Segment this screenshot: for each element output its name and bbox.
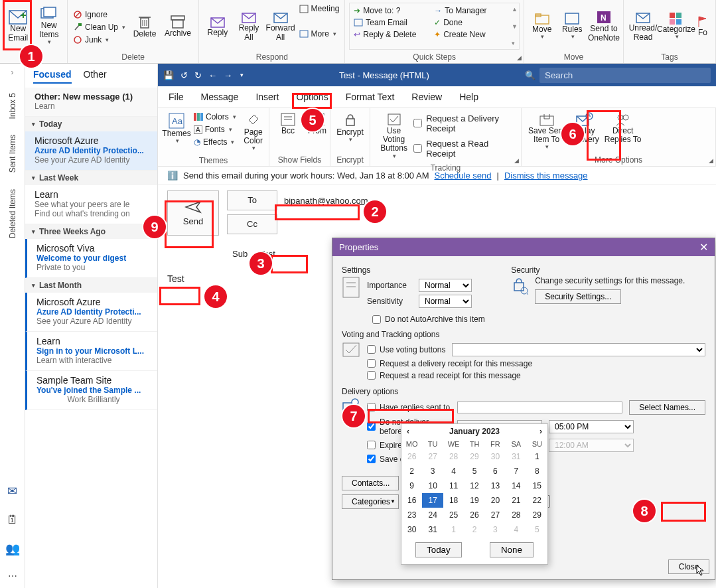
calendar-day[interactable]: 8	[527, 464, 547, 478]
move-button[interactable]: Move▾	[527, 1, 557, 51]
fonts-button[interactable]: AFonts▾	[191, 123, 239, 135]
to-manager-q[interactable]: →To Manager	[431, 5, 512, 17]
reply-delete-q[interactable]: ↩Reply & Delete	[351, 29, 431, 40]
team-email-q[interactable]: Team Email	[351, 17, 431, 29]
qs-down[interactable]: ▼	[512, 23, 518, 30]
list-item[interactable]: Microsoft Azure Azure AD Identity Protec…	[25, 293, 157, 332]
archive-button[interactable]: Archive	[161, 12, 194, 40]
close-icon[interactable]: ✕	[699, 241, 708, 254]
calendar-day[interactable]: 4	[443, 464, 464, 478]
tab-help[interactable]: Help	[459, 92, 478, 102]
use-voting-check[interactable]: Use voting buttons	[367, 345, 445, 354]
calendar-day[interactable]: 24	[422, 508, 443, 522]
encrypt-button[interactable]: Encrypt▾	[334, 110, 366, 154]
forward-button[interactable]: Forward All	[265, 1, 297, 51]
qa-customize[interactable]: ▾	[240, 72, 244, 78]
calendar-day[interactable]: 20	[485, 493, 506, 508]
tab-options[interactable]: Options	[296, 92, 328, 102]
calendar-day[interactable]: 5	[527, 522, 547, 537]
more-nav-icon[interactable]: ⋯	[8, 571, 17, 581]
calendar-day[interactable]: 13	[485, 478, 506, 493]
importance-select[interactable]: Normal	[419, 279, 472, 292]
sent-folder[interactable]: Sent Items	[8, 135, 17, 173]
select-names-button[interactable]: Select Names...	[629, 400, 705, 415]
calendar-day[interactable]: 31	[422, 522, 443, 537]
calendar-day[interactable]: 12	[464, 478, 484, 493]
unread-read-button[interactable]: Unread/ Read	[626, 1, 660, 51]
none-button[interactable]: None	[490, 542, 534, 557]
send-button[interactable]: Send	[167, 190, 219, 236]
calendar-day[interactable]: 6	[485, 464, 506, 478]
save-icon[interactable]: 💾	[163, 70, 174, 80]
list-item[interactable]: Microsoft Viva Welcome to your digest Pr…	[25, 239, 157, 278]
people-nav-icon[interactable]: 👥	[5, 542, 20, 556]
calendar-day[interactable]: 10	[422, 478, 443, 493]
section-today[interactable]: ▾Today	[25, 117, 157, 131]
calendar-day[interactable]: 21	[506, 493, 526, 508]
tab-formattext[interactable]: Format Text	[346, 92, 395, 102]
done-q[interactable]: ✓Done	[431, 17, 512, 29]
calendar-day[interactable]: 17	[422, 493, 443, 508]
tab-message[interactable]: Message	[201, 92, 239, 102]
tab-other[interactable]: Other	[84, 69, 107, 84]
prev-month[interactable]: ‹	[407, 427, 409, 436]
calendar-day[interactable]: 18	[443, 493, 464, 508]
calendar-day[interactable]: 29	[527, 508, 547, 522]
tab-insert[interactable]: Insert	[255, 92, 279, 102]
followup-button[interactable]: Fo	[693, 1, 713, 51]
new-email-button[interactable]: New Email	[3, 1, 34, 51]
save-copy-check[interactable]: Save c	[367, 455, 404, 464]
have-replies-check[interactable]: Have replies sent to	[367, 403, 451, 412]
tab-file[interactable]: File	[169, 92, 184, 102]
themes-button[interactable]: AaThemes▾	[162, 110, 191, 155]
calendar-day[interactable]: 31	[506, 449, 526, 464]
delete-button[interactable]: Delete	[128, 11, 161, 41]
reply-button[interactable]: Reply	[202, 1, 233, 51]
list-item[interactable]: Learn See what your peers are le Find ou…	[25, 185, 157, 224]
to-field[interactable]: bipanath@yahoo.com	[284, 196, 368, 206]
onenote-button[interactable]: NSend to OneNote	[587, 1, 620, 51]
dialog-launcher-icon[interactable]: ◢	[517, 54, 522, 61]
qs-more[interactable]: ▾	[512, 40, 518, 46]
today-button[interactable]: Today	[415, 542, 462, 557]
inbox-folder[interactable]: Inbox 5	[8, 93, 17, 119]
next-month[interactable]: ›	[539, 427, 542, 436]
calendar-day[interactable]: 1	[443, 522, 464, 537]
delivery-receipt-check[interactable]: Request a delivery receipt for this mess…	[367, 359, 532, 368]
contacts-button[interactable]: Contacts...	[342, 476, 399, 490]
to-button[interactable]: To	[227, 190, 277, 210]
calendar-day[interactable]: 27	[422, 449, 443, 464]
calendar-day[interactable]: 15	[527, 478, 547, 493]
calendar-day[interactable]: 26	[401, 449, 422, 464]
calendar-day[interactable]: 1	[527, 449, 547, 464]
effects-button[interactable]: ◔Effects▾	[191, 136, 239, 148]
section-lastweek[interactable]: ▾Last Week	[25, 171, 157, 185]
calendar-day[interactable]: 11	[443, 478, 464, 493]
list-item[interactable]: Microsoft Azure Azure AD Identity Protec…	[25, 131, 157, 171]
cc-button[interactable]: Cc	[227, 214, 277, 234]
req-read-check[interactable]: Request a Read Receipt	[413, 139, 517, 159]
undo-icon[interactable]: ↺	[180, 70, 188, 80]
new-items-button[interactable]: New Items▾	[34, 1, 65, 51]
categorize-button[interactable]: Categorize▾	[660, 1, 693, 51]
calendar-day[interactable]: 28	[443, 449, 464, 464]
dialog-launcher-icon[interactable]: ◢	[709, 157, 713, 164]
voting-select[interactable]	[452, 343, 705, 356]
next-icon[interactable]: →	[224, 70, 232, 80]
expand-icon[interactable]: ›	[11, 68, 14, 77]
calendar-day[interactable]: 23	[401, 508, 422, 522]
search-input[interactable]	[539, 68, 711, 83]
mail-nav-icon[interactable]: ✉	[7, 484, 17, 498]
calendar-day[interactable]: 5	[464, 464, 484, 478]
deleted-folder[interactable]: Deleted Items	[8, 189, 17, 238]
move-to-q[interactable]: ➜Move to: ?	[351, 5, 431, 17]
calendar-day[interactable]: 2	[464, 522, 484, 537]
replies-to-field[interactable]	[457, 402, 622, 413]
calendar-day[interactable]: 29	[464, 449, 484, 464]
no-archive-check[interactable]: Do not AutoArchive this item	[372, 315, 485, 324]
calendar-day[interactable]: 16	[401, 493, 422, 508]
create-new-q[interactable]: ✦Create New	[431, 29, 512, 40]
list-item[interactable]: Learn Sign in to your Microsoft L... Lea…	[25, 332, 157, 371]
qs-up[interactable]: ▲	[512, 6, 518, 13]
colors-button[interactable]: Colors▾	[191, 111, 239, 123]
